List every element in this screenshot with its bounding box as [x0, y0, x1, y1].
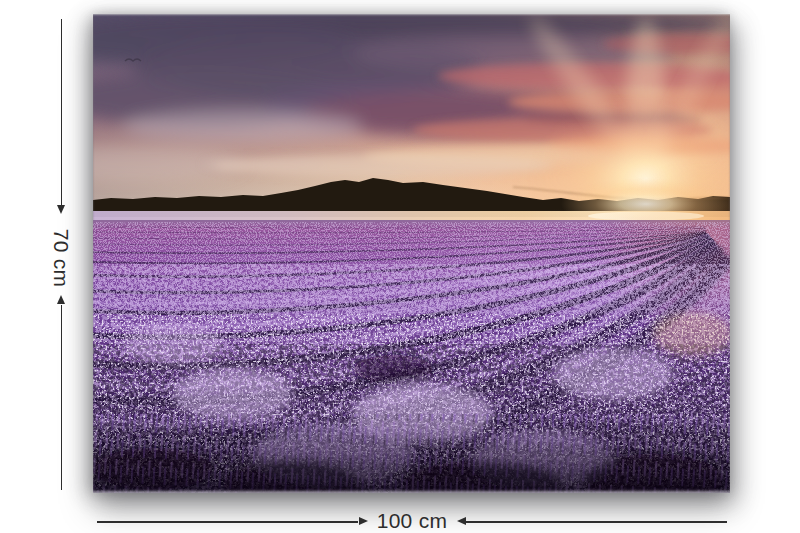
- width-label: 100 cm: [367, 509, 457, 533]
- canvas-product-figure: 70 cm 100 cm: [0, 0, 800, 533]
- field-texture: [93, 222, 730, 493]
- canvas-photo-svg: [93, 14, 730, 493]
- arrow-up-icon: [57, 295, 65, 304]
- canvas-print: [93, 14, 730, 493]
- height-dimension-line-bottom: [61, 305, 63, 490]
- arrow-left-icon: [457, 517, 466, 525]
- height-label: 70 cm: [50, 218, 72, 298]
- width-dimension-line-left: [97, 521, 358, 523]
- height-dimension-line-top: [61, 19, 63, 205]
- arrow-down-icon: [57, 205, 65, 214]
- width-dimension-line-right: [466, 521, 727, 523]
